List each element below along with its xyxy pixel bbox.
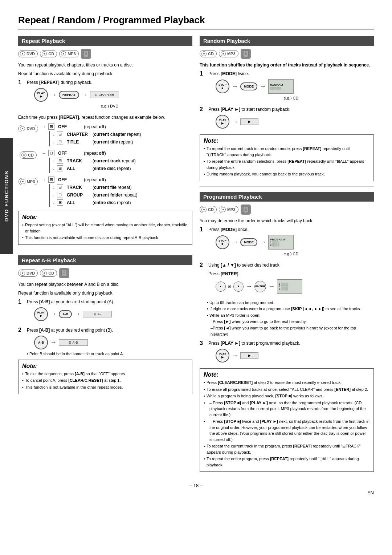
svg-rect-10: [245, 53, 247, 54]
prog-note-5: – Press [STOP ■] twice and [PLAY ►] next…: [204, 418, 370, 442]
prog-step1-diagram: STOP■ → MODE → PROGRAM 1 ░░░░ 2 ░░░░: [216, 235, 374, 250]
random-playback-header: Random Playback: [200, 36, 374, 46]
mp3-off-mode: → ⊟ OFF (repeat off): [42, 177, 192, 183]
prog-note-box: Note: Press [CLEAR/C.RESET] at step 2 to…: [200, 368, 374, 472]
prog-cd-icon: CD: [200, 206, 217, 213]
random-step2-text: Press [PLAY ►] to start random playback.: [208, 106, 374, 113]
repeat-note-box: Note: Repeat setting (except "ALL") will…: [18, 211, 192, 245]
prog-play-display: ▶: [240, 352, 258, 359]
repeat-step1: 1 Press [REPEAT] during playback. PLAY▶ …: [18, 79, 192, 110]
random-step2-diagram: PLAY▶ → ▶: [216, 115, 374, 129]
svg-rect-2: [85, 53, 87, 54]
prog-play-btn: PLAY▶: [216, 349, 229, 362]
random-play-display: ▶: [240, 118, 258, 125]
prog-bullet-2: • If eight or more tracks were in a prog…: [207, 306, 374, 312]
random-step1-diagram: STOP■ → MODE → RANDOM ░░░░░░: [216, 79, 374, 94]
display-chapter: ⊟ CHAPTER: [90, 92, 119, 98]
cd-all-mode: ↓ ⊟ ALL (entire disc repeat): [53, 165, 136, 171]
dvd-mode-list: → ⊟ OFF (repeat off) ↓ ⊟ CHAPTER: [42, 123, 192, 146]
main-title: Repeat / Random / Programmed Playback: [18, 15, 374, 29]
repeat-note-1: Repeat setting (except "ALL") will be cl…: [22, 222, 188, 234]
programmed-formats: CD MP3: [200, 204, 374, 215]
repeat-step1-caption: e.g.) DVD: [27, 104, 192, 108]
random-note-1: To repeat the current track in the rando…: [204, 146, 370, 158]
random-step2-num: 2: [200, 106, 205, 113]
ab-note-title: Note:: [22, 363, 188, 369]
svg-point-1: [85, 52, 87, 53]
ab-cd-icon: CD: [40, 270, 57, 277]
prog-step2-screen: 1 ░░░░ 2 ░░░░ 3 ░░░░: [277, 279, 302, 294]
svg-rect-6: [63, 273, 65, 274]
cd-mode-list: → ⊟ OFF (repeat off) ↓ ⊟ TRACK: [42, 150, 192, 173]
mp3-format-icon: MP3: [59, 50, 79, 57]
random-step1: 1 Press [MODE] twice. STOP■ → MODE → RAN…: [200, 70, 374, 102]
prog-bullet-1: • Up to 99 tracks can be programmed.: [207, 300, 374, 306]
ab-step1-diagram: PLAY▶ → A-B → ⊟ A-: [34, 307, 192, 321]
prog-step2-text2: Press [ENTER].: [208, 271, 374, 277]
ab-play-btn: PLAY▶: [34, 307, 48, 321]
prog-mode-btn: MODE: [240, 238, 257, 246]
cd-mode-icon: CD: [20, 151, 37, 159]
arrow-icon2: →: [81, 91, 88, 99]
random-cd-icon: CD: [200, 50, 217, 57]
repeat-body2: Repeat function is available only during…: [18, 70, 192, 77]
side-tab: DVD FUNCTIONS: [0, 138, 13, 254]
prog-step3: 3 Press [PLAY ►] to start programmed pla…: [200, 340, 374, 365]
cd-format-icon: CD: [40, 50, 57, 57]
dvd-chapter-mode: ↓ ⊟ CHAPTER (current chapter repeat): [53, 131, 141, 137]
prog-step3-num: 3: [200, 340, 205, 347]
mp3-track-mode: ↓ ⊟ TRACK (current file repeat): [53, 184, 137, 190]
page-number: – 18 –: [18, 483, 374, 488]
prog-note-4: – Press [STOP ■] and [PLAY ►] next, so t…: [204, 400, 370, 418]
prog-note-title: Note:: [204, 372, 370, 378]
random-step1-text: Press [MODE] twice.: [208, 70, 374, 77]
repeat-note-title: Note:: [22, 214, 188, 220]
repeat-step1-text: Press [REPEAT] during playback.: [27, 79, 192, 86]
svg-point-5: [64, 271, 65, 272]
ab-body2: Repeat function is available only during…: [18, 290, 192, 296]
programmed-header: Programmed Playback: [200, 192, 374, 202]
mp3-all-mode: ↓ ⊟ ALL (entire disc repeat): [53, 199, 137, 206]
prog-remote-icon: [241, 204, 251, 215]
repeat-ab-formats: DVD CD: [18, 268, 192, 278]
prog-stop-btn: STOP■: [216, 235, 229, 249]
dvd-title-mode: ↓ ⊟ TITLE (current title repeat): [53, 139, 141, 145]
en-label: EN: [367, 490, 374, 495]
side-tab-label: DVD FUNCTIONS: [4, 170, 9, 222]
ab-step2-diagram: A-B → ⊟ A-B: [34, 336, 192, 349]
prog-body1: You may determine the order in which tra…: [200, 218, 374, 224]
prog-bullet-5: –Press [◄] when you want to go back to t…: [211, 325, 374, 338]
random-mp3-icon: MP3: [219, 50, 238, 57]
dvd-mode-icon: DVD: [18, 125, 38, 132]
prog-mp3-icon: MP3: [219, 206, 238, 213]
cd-track-mode: ↓ ⊟ TRACK (current track repeat): [53, 158, 136, 164]
random-play-btn: PLAY▶: [216, 115, 229, 129]
random-remote-icon: [241, 49, 251, 59]
svg-point-13: [245, 207, 246, 209]
random-mode-btn: MODE: [240, 82, 257, 90]
ab-body1: You can repeat playback between A and B …: [18, 281, 192, 288]
repeat-body1: You can repeat playback chapters, titles…: [18, 62, 192, 68]
random-note-2: To repeat the entire random selections, …: [204, 158, 370, 170]
dvd-off-mode: → ⊟ OFF (repeat off): [42, 123, 192, 130]
ab-button2: A-B: [34, 336, 48, 349]
random-step1-num: 1: [200, 70, 205, 77]
repeat-ab-header: Repeat A-B Playback: [18, 255, 192, 265]
svg-point-9: [245, 52, 246, 53]
random-formats: CD MP3: [200, 49, 374, 59]
svg-rect-15: [245, 210, 247, 211]
prog-step2-diagram: ▲ or ▼ → ENTER → 1 ░░░░ 2 ░░░░ 3 ░░░░: [216, 279, 374, 294]
ab-display-a: ⊟ A-: [83, 311, 112, 317]
prog-note-1: Press [CLEAR/C.RESET] at step 2 to erase…: [204, 380, 370, 386]
random-note-title: Note:: [204, 138, 370, 144]
ab-step1: 1 Press [A-B] at your desired starting p…: [18, 299, 192, 323]
prog-step3-text: Press [PLAY ►] to start programmed playb…: [208, 340, 374, 347]
enter-btn: ENTER: [254, 281, 266, 292]
ab-note-box: Note: To exit the sequence, press [A-B] …: [18, 360, 192, 394]
modes-section: DVD → ⊟ OFF (repeat off): [18, 123, 192, 207]
repeat-step1-num: 1: [18, 79, 24, 86]
repeat-step1-diagram: PLAY▶ → REPEAT → ⊟ CHAPTER: [34, 88, 192, 102]
svg-rect-14: [245, 209, 247, 210]
prog-note-7: To repeat the entire program, press [REP…: [204, 456, 370, 468]
prog-screen: PROGRAM 1 ░░░░ 2 ░░░░: [268, 235, 294, 250]
